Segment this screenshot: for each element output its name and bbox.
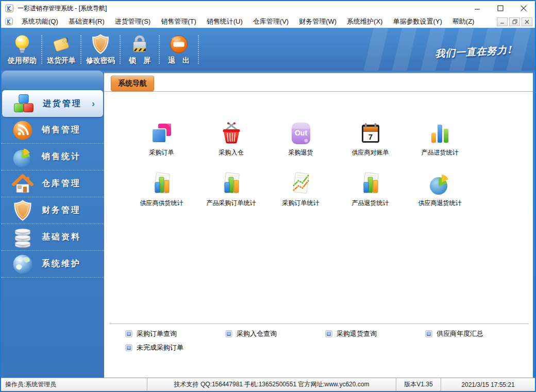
shortcut-grid: 采购订单 采购入仓 采购退货 供应商对账单 产品进货统计 供应商供货统计	[127, 121, 475, 208]
sidebar-item-label: 销售管理	[42, 125, 81, 135]
shortcut-label: 采购入仓	[219, 148, 244, 157]
shortcut-label: 采购订单统计	[282, 199, 320, 208]
list-doc-icon	[325, 330, 332, 337]
mdi-minimize-button[interactable]	[497, 18, 508, 26]
list-doc-icon	[125, 344, 132, 351]
mdi-close-button[interactable]	[522, 18, 532, 26]
exit-icon	[168, 33, 190, 55]
help-button[interactable]: 使用帮助	[4, 30, 40, 69]
mdi-window-controls	[497, 18, 535, 26]
menu-warehouse-mgmt[interactable]: 仓库管理(V)	[248, 16, 294, 27]
status-support-info: 技术支持 QQ:156447981 手机:13652500551 官方网址:ww…	[147, 378, 396, 391]
shortcut-product-return-stats[interactable]: 产品退货统计	[336, 172, 405, 208]
quick-links: 采购订单查询 采购入仓查询 采购退货查询 供应商年度汇总 未	[125, 329, 525, 352]
delivery-order-button[interactable]: 送货开单	[43, 30, 79, 69]
menu-sales-mgmt[interactable]: 销售管理(T)	[156, 16, 202, 27]
help-button-label: 使用帮助	[8, 56, 37, 65]
minimize-icon	[474, 5, 480, 11]
close-icon	[521, 5, 527, 11]
mdi-restore-button[interactable]	[509, 18, 520, 26]
globe-icon	[11, 253, 34, 276]
sidebar-item-label: 销售统计	[42, 151, 81, 162]
link-purchase-return-query[interactable]: 采购退货查询	[325, 329, 425, 338]
toolbar-separator	[80, 35, 81, 64]
link-label: 采购入仓查询	[237, 329, 277, 338]
home-icon	[11, 173, 34, 195]
sidebar-item-sales-stats[interactable]: 销售统计	[1, 144, 104, 171]
change-password-button-label: 修改密码	[86, 56, 115, 65]
shortcut-purchase-inbound[interactable]: 采购入仓	[196, 121, 266, 157]
shortcut-label: 产品进货统计	[422, 148, 459, 157]
menu-base-data[interactable]: 基础资料(R)	[63, 16, 110, 27]
window-controls	[465, 1, 535, 15]
maximize-button[interactable]	[489, 1, 512, 15]
rss-icon	[11, 119, 34, 142]
links-divider	[109, 323, 529, 324]
shortcut-supplier-statement[interactable]: 供应商对账单	[336, 121, 405, 157]
sidebar-item-label: 系统维护	[42, 259, 81, 269]
sidebar-item-label: 仓库管理	[42, 178, 81, 189]
minimize-button[interactable]	[465, 1, 489, 15]
link-label: 采购退货查询	[337, 329, 377, 338]
purchase-order-icon	[149, 121, 174, 146]
lock-icon	[129, 33, 150, 55]
slogan-text: 我们一直在努力!	[434, 43, 512, 61]
doc-bar-chart-icon	[219, 172, 244, 196]
link-label: 采购订单查询	[137, 329, 177, 338]
bar-chart-icon	[428, 121, 453, 146]
sidebar-item-warehouse-mgmt[interactable]: 仓库管理	[1, 171, 104, 197]
toolbar-separator	[120, 35, 121, 64]
title-bar: 一彩进销存管理系统 - [系统导航]	[1, 1, 535, 15]
shortcut-product-purchase-order-stats[interactable]: 产品采购订单统计	[196, 172, 266, 208]
close-button[interactable]	[512, 1, 535, 15]
shortcut-supplier-supply-stats[interactable]: 供应商供货统计	[127, 172, 196, 208]
sidebar-item-base-data[interactable]: 基础资料	[1, 224, 104, 251]
menu-purchase-mgmt[interactable]: 进货管理(S)	[110, 16, 156, 27]
sidebar-header	[2, 71, 104, 90]
link-supplier-annual-summary[interactable]: 供应商年度汇总	[425, 329, 525, 338]
shortcut-supplier-return-stats[interactable]: 供应商退货统计	[405, 172, 475, 208]
link-label: 未完成采购订单	[137, 343, 183, 352]
shortcut-purchase-order[interactable]: 采购订单	[127, 121, 196, 157]
sidebar-item-label: 财务管理	[42, 205, 81, 216]
sidebar-item-system-maintenance[interactable]: 系统维护	[1, 251, 104, 278]
main-panel: 系统导航 采购订单 采购入仓 采购退货 供应商对账单 产品进货统计	[104, 72, 533, 378]
menu-help[interactable]: 帮助(Z)	[447, 16, 480, 27]
shortcut-product-purchase-stats[interactable]: 产品进货统计	[405, 121, 475, 157]
lock-screen-button[interactable]: 锁 屏	[122, 30, 158, 69]
sidebar-item-label: 基础资料	[42, 232, 81, 243]
status-version: 版本V1.35	[396, 378, 441, 391]
link-purchase-inbound-query[interactable]: 采购入仓查询	[225, 329, 325, 338]
app-logo-icon	[5, 4, 14, 13]
change-password-button[interactable]: 修改密码	[82, 30, 119, 69]
menu-sales-stats[interactable]: 销售统计(U)	[202, 16, 248, 27]
menu-doc-param-settings[interactable]: 单据参数设置(Y)	[388, 16, 447, 27]
lock-screen-button-label: 锁 屏	[129, 56, 150, 65]
menu-finance-mgmt[interactable]: 财务管理(W)	[294, 16, 342, 27]
shortcut-purchase-return[interactable]: 采购退货	[266, 121, 336, 157]
menu-system-maintenance[interactable]: 系统维护(X)	[342, 16, 388, 27]
link-unfinished-purchase-orders[interactable]: 未完成采购订单	[125, 343, 225, 352]
link-purchase-order-query[interactable]: 采购订单查询	[125, 329, 225, 338]
tab-system-navigation[interactable]: 系统导航	[111, 76, 154, 91]
doc-bar-chart-icon	[149, 172, 174, 196]
exit-button[interactable]: 退 出	[161, 30, 197, 69]
shield-icon	[11, 199, 34, 222]
window-title: 一彩进销存管理系统 - [系统导航]	[18, 4, 465, 13]
shortcut-label: 产品采购订单统计	[207, 199, 256, 208]
shortcut-label: 供应商对账单	[352, 148, 389, 157]
sidebar-item-purchase-mgmt[interactable]: 进货管理 ›	[2, 90, 103, 117]
sidebar-item-label: 进货管理	[43, 98, 82, 109]
status-operator: 操作员:系统管理员	[1, 378, 147, 391]
out-badge-icon	[289, 121, 313, 146]
toolbar-separator	[198, 35, 199, 64]
shortcut-label: 采购退货	[289, 148, 313, 157]
sidebar-item-finance-mgmt[interactable]: 财务管理	[1, 197, 104, 224]
menu-system-functions[interactable]: 系统功能(Q)	[16, 16, 63, 27]
shield-icon	[90, 33, 111, 55]
sidebar-item-sales-mgmt[interactable]: 销售管理	[1, 117, 104, 144]
shortcut-purchase-order-stats[interactable]: 采购订单统计	[266, 172, 336, 208]
shortcut-label: 供应商供货统计	[140, 199, 183, 208]
exit-button-label: 退 出	[168, 56, 190, 65]
body-row: 进货管理 › 销售管理 销售统计 仓库管理 财务管理 基础资料 系统维护	[1, 71, 535, 378]
